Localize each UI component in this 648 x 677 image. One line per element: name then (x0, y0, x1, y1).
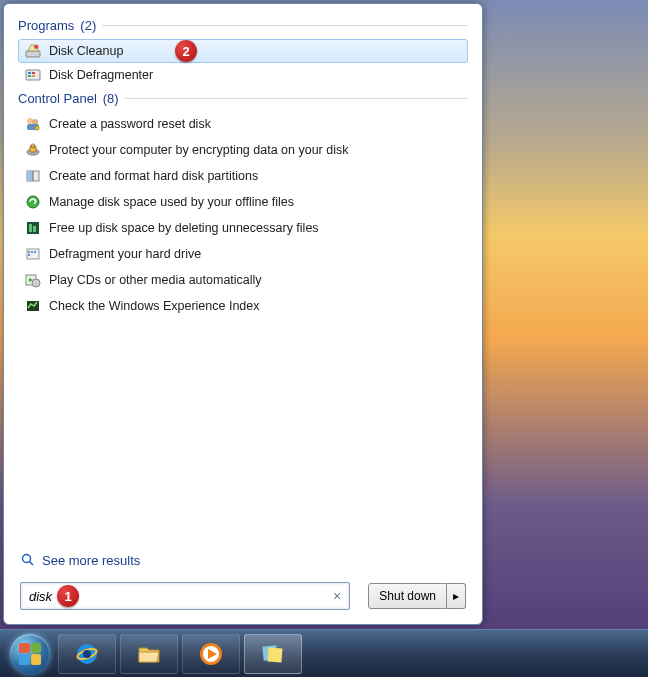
windows-logo-icon (10, 634, 50, 674)
svg-rect-23 (31, 251, 33, 253)
svg-rect-22 (28, 251, 30, 253)
clear-search-icon[interactable]: × (331, 588, 343, 604)
divider (102, 25, 468, 26)
search-box[interactable]: × 1 (20, 582, 350, 610)
svg-point-30 (23, 555, 31, 563)
svg-rect-19 (29, 224, 32, 232)
svg-rect-20 (33, 226, 36, 232)
taskbar-app-media-player[interactable] (182, 634, 240, 674)
partition-icon (25, 168, 41, 184)
bottom-row: × 1 Shut down ▸ (18, 578, 468, 614)
svg-point-17 (27, 196, 39, 208)
svg-line-31 (30, 562, 34, 566)
annotation-step-1: 1 (57, 585, 79, 607)
svg-point-1 (34, 45, 38, 49)
divider (125, 98, 468, 99)
control-panel-header-label: Control Panel (18, 91, 97, 106)
disk-cleanup-icon (25, 43, 41, 59)
svg-rect-39 (268, 647, 283, 662)
taskbar-app-ie[interactable] (58, 634, 116, 674)
disk-usage-icon (25, 220, 41, 236)
cp-item-autoplay[interactable]: Play CDs or other media automatically (18, 268, 468, 292)
item-label: Defragment your hard drive (49, 247, 201, 261)
annotation-step-2: 2 (175, 40, 197, 62)
shutdown-options-button[interactable]: ▸ (447, 583, 466, 609)
defrag-icon (25, 246, 41, 262)
item-label: Check the Windows Experience Index (49, 299, 260, 313)
users-key-icon (25, 116, 41, 132)
taskbar-app-explorer[interactable] (120, 634, 178, 674)
cp-item-encrypt[interactable]: Protect your computer by encrypting data… (18, 138, 468, 162)
programs-header-count: (2) (80, 18, 96, 33)
item-label: Play CDs or other media automatically (49, 273, 262, 287)
item-label: Disk Cleanup (49, 44, 123, 58)
taskbar (0, 629, 648, 677)
see-more-results[interactable]: See more results (18, 548, 468, 578)
cp-item-password-reset[interactable]: Create a password reset disk (18, 112, 468, 136)
spacer (18, 320, 468, 548)
autoplay-icon (25, 272, 41, 288)
folder-icon (135, 640, 163, 668)
svg-point-7 (27, 118, 33, 124)
item-label: Create a password reset disk (49, 117, 211, 131)
chevron-right-icon: ▸ (453, 589, 459, 603)
disk-defrag-icon (25, 67, 41, 83)
program-disk-cleanup[interactable]: Disk Cleanup 2 (18, 39, 468, 63)
item-label: Manage disk space used by your offline f… (49, 195, 294, 209)
wei-icon (25, 298, 41, 314)
lock-disk-icon (25, 142, 41, 158)
shutdown-button[interactable]: Shut down (368, 583, 447, 609)
sticky-notes-icon (259, 640, 287, 668)
svg-rect-25 (28, 254, 30, 256)
start-button[interactable] (6, 630, 54, 678)
svg-point-27 (32, 279, 40, 287)
media-player-icon (197, 640, 225, 668)
item-label: Create and format hard disk partitions (49, 169, 258, 183)
item-label: Disk Defragmenter (49, 68, 153, 82)
control-panel-header: Control Panel (8) (18, 91, 468, 106)
sync-green-icon (25, 194, 41, 210)
cp-item-free-space[interactable]: Free up disk space by deleting unnecessa… (18, 216, 468, 240)
programs-section: Programs (2) Disk Cleanup 2 Disk Defragm… (18, 14, 468, 87)
programs-header-label: Programs (18, 18, 74, 33)
internet-explorer-icon (73, 640, 101, 668)
shutdown-split-button: Shut down ▸ (368, 583, 466, 609)
svg-rect-0 (26, 51, 40, 57)
svg-rect-6 (32, 75, 35, 77)
cp-item-wei[interactable]: Check the Windows Experience Index (18, 294, 468, 318)
svg-point-34 (83, 650, 91, 658)
cp-item-partitions[interactable]: Create and format hard disk partitions (18, 164, 468, 188)
control-panel-header-count: (8) (103, 91, 119, 106)
svg-rect-15 (27, 171, 33, 181)
svg-rect-3 (28, 72, 31, 74)
see-more-label: See more results (42, 553, 140, 568)
cp-item-offline-files[interactable]: Manage disk space used by your offline f… (18, 190, 468, 214)
svg-rect-5 (28, 75, 31, 77)
svg-point-10 (35, 126, 39, 130)
item-label: Protect your computer by encrypting data… (49, 143, 348, 157)
program-disk-defragmenter[interactable]: Disk Defragmenter (18, 63, 468, 87)
start-menu-panel: Programs (2) Disk Cleanup 2 Disk Defragm… (3, 3, 483, 625)
svg-rect-4 (32, 72, 35, 74)
item-label: Free up disk space by deleting unnecessa… (49, 221, 319, 235)
programs-header: Programs (2) (18, 18, 468, 33)
search-icon (20, 552, 36, 568)
taskbar-app-sticky-notes[interactable] (244, 634, 302, 674)
cp-item-defragment[interactable]: Defragment your hard drive (18, 242, 468, 266)
control-panel-section: Control Panel (8) Create a password rese… (18, 87, 468, 320)
svg-rect-24 (34, 251, 36, 253)
